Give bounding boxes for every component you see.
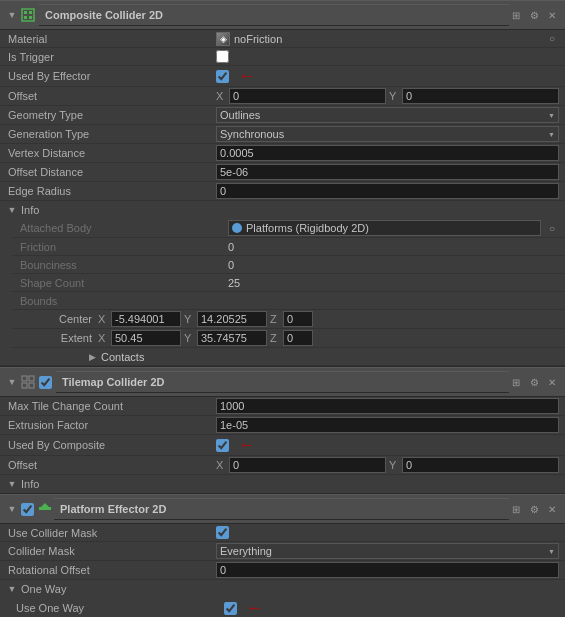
geometry-type-label: Geometry Type	[6, 109, 216, 121]
max-tile-change-input[interactable]	[216, 398, 559, 414]
offset-x-input-tilemap[interactable]	[229, 457, 386, 473]
generation-type-select[interactable]: Synchronous Manual	[216, 126, 559, 142]
bounciness-text: 0	[228, 259, 234, 271]
platform-effector-gear-icon[interactable]: ⚙	[527, 502, 541, 516]
offset-xy-composite: X Y	[216, 88, 559, 104]
geometry-type-value: Outlines Polygons	[216, 107, 559, 123]
svg-rect-3	[24, 16, 27, 19]
one-way-toggle: ▼	[6, 583, 18, 595]
use-one-way-checkbox[interactable]	[224, 602, 237, 615]
rotational-offset-label: Rotational Offset	[6, 564, 216, 576]
used-by-composite-checkbox[interactable]	[216, 439, 229, 452]
offset-row-tilemap: Offset X Y	[0, 456, 565, 475]
collider-mask-value: Everything Nothing	[216, 543, 559, 559]
geometry-type-dropdown-wrapper: Outlines Polygons	[216, 107, 559, 123]
bounds-center-z[interactable]	[283, 311, 313, 327]
attached-body-label: Attached Body	[18, 222, 228, 234]
rotational-offset-input[interactable]	[216, 562, 559, 578]
info-label-tilemap: Info	[21, 478, 39, 490]
bounds-extent-z[interactable]	[283, 330, 313, 346]
max-tile-change-value	[216, 398, 559, 414]
material-label: Material	[6, 33, 216, 45]
one-way-section-header[interactable]: ▼ One Way	[0, 580, 565, 598]
generation-type-value: Synchronous Manual	[216, 126, 559, 142]
rotational-offset-row: Rotational Offset	[0, 561, 565, 580]
use-one-way-value: ←	[224, 599, 559, 617]
bounds-extent-x[interactable]	[111, 330, 181, 346]
tilemap-collider-enable-checkbox[interactable]	[39, 376, 52, 389]
composite-collider-grid-icon[interactable]: ⊞	[509, 8, 523, 22]
bounds-center-y[interactable]	[197, 311, 267, 327]
offset-distance-label: Offset Distance	[6, 166, 216, 178]
used-by-composite-value: ←	[216, 436, 559, 454]
platform-effector-grid-icon[interactable]: ⊞	[509, 502, 523, 516]
is-trigger-checkbox[interactable]	[216, 50, 229, 63]
collider-mask-select[interactable]: Everything Nothing	[216, 543, 559, 559]
composite-collider-gear-icon[interactable]: ⚙	[527, 8, 541, 22]
contacts-toggle[interactable]: ▶ Contacts	[86, 351, 144, 363]
material-link-icon[interactable]: ○	[545, 32, 559, 46]
bounds-center-x[interactable]	[111, 311, 181, 327]
svg-rect-1	[24, 11, 27, 14]
generation-type-row: Generation Type Synchronous Manual	[0, 125, 565, 144]
offset-y-input-tilemap[interactable]	[402, 457, 559, 473]
use-collider-mask-label: Use Collider Mask	[6, 527, 216, 539]
offset-distance-input[interactable]	[216, 164, 559, 180]
edge-radius-row: Edge Radius	[0, 182, 565, 201]
bounds-row: Bounds	[12, 292, 565, 310]
friction-row: Friction 0	[12, 238, 565, 256]
tilemap-collider-panel-icons: ⊞ ⚙ ✕	[509, 375, 559, 389]
platform-effector-enable-checkbox[interactable]	[21, 503, 34, 516]
rotational-offset-value	[216, 562, 559, 578]
composite-collider-header: ▼ Composite Collider 2D ⊞ ⚙ ✕	[0, 0, 565, 30]
info-section-header-composite[interactable]: ▼ Info	[0, 201, 565, 219]
geometry-type-row: Geometry Type Outlines Polygons	[0, 106, 565, 125]
shape-count-text: 25	[228, 277, 240, 289]
vertex-distance-input[interactable]	[216, 145, 559, 161]
composite-collider-panel-icons: ⊞ ⚙ ✕	[509, 8, 559, 22]
tilemap-collider-toggle[interactable]: ▼	[6, 376, 18, 388]
tilemap-collider-grid-icon[interactable]: ⊞	[509, 375, 523, 389]
edge-radius-input[interactable]	[216, 183, 559, 199]
attached-body-text: Platforms (Rigidbody 2D)	[246, 222, 369, 234]
composite-collider-close-icon[interactable]: ✕	[545, 8, 559, 22]
material-wrapper: ◈ noFriction	[216, 32, 541, 46]
extrusion-factor-input[interactable]	[216, 417, 559, 433]
contacts-wrapper: ▶ Contacts	[6, 351, 144, 363]
friction-text: 0	[228, 241, 234, 253]
tilemap-collider-gear-icon[interactable]: ⚙	[527, 375, 541, 389]
used-by-composite-row: Used By Composite ←	[0, 435, 565, 456]
geometry-type-select[interactable]: Outlines Polygons	[216, 107, 559, 123]
svg-rect-5	[22, 376, 27, 381]
used-by-effector-checkbox[interactable]	[216, 70, 229, 83]
max-tile-change-row: Max Tile Change Count	[0, 397, 565, 416]
edge-radius-label: Edge Radius	[6, 185, 216, 197]
use-one-way-label: Use One Way	[14, 602, 224, 614]
platform-effector-toggle[interactable]: ▼	[6, 503, 18, 515]
attached-body-link-icon[interactable]: ○	[545, 221, 559, 235]
bounds-extent-label: Extent	[18, 332, 98, 344]
svg-rect-9	[39, 507, 51, 510]
attached-body-icon	[232, 223, 242, 233]
platform-effector-close-icon[interactable]: ✕	[545, 502, 559, 516]
attached-body-wrapper: Platforms (Rigidbody 2D)	[228, 220, 541, 236]
composite-collider-panel: ▼ Composite Collider 2D ⊞ ⚙ ✕ Material ◈…	[0, 0, 565, 367]
tilemap-collider-close-icon[interactable]: ✕	[545, 375, 559, 389]
is-trigger-value	[216, 50, 559, 63]
offset-x-input-composite[interactable]	[229, 88, 386, 104]
use-collider-mask-checkbox[interactable]	[216, 526, 229, 539]
use-one-way-row: Use One Way ←	[0, 598, 565, 617]
offset-y-input-composite[interactable]	[402, 88, 559, 104]
bounds-extent-y[interactable]	[197, 330, 267, 346]
tilemap-collider-title: Tilemap Collider 2D	[56, 371, 509, 393]
max-tile-change-label: Max Tile Change Count	[6, 400, 216, 412]
friction-value: 0	[228, 241, 559, 253]
shape-count-row: Shape Count 25	[12, 274, 565, 292]
composite-collider-icon	[21, 8, 35, 22]
offset-y-label-tilemap: Y	[389, 459, 399, 471]
composite-collider-toggle[interactable]: ▼	[6, 9, 18, 21]
use-collider-mask-value	[216, 526, 559, 539]
collider-mask-label: Collider Mask	[6, 545, 216, 557]
shape-count-value: 25	[228, 277, 559, 289]
info-section-header-tilemap[interactable]: ▼ Info	[0, 475, 565, 493]
